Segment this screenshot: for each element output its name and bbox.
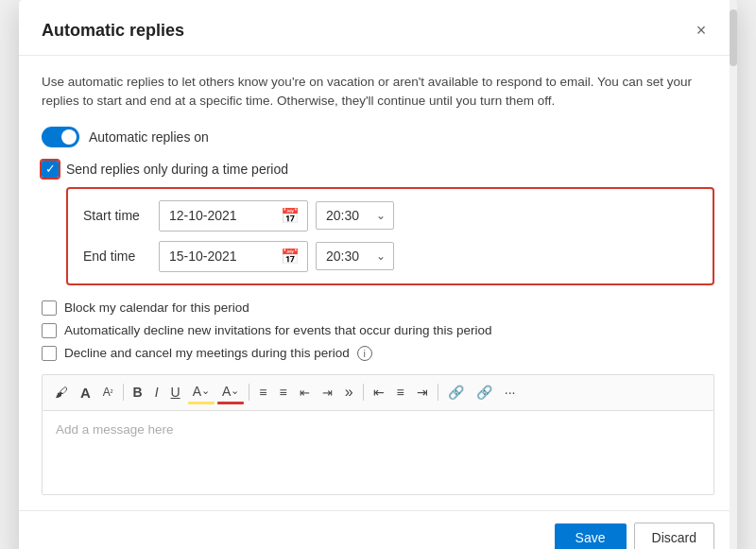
indent-decrease-button[interactable]: ⇤ bbox=[295, 383, 315, 403]
automatic-replies-toggle[interactable] bbox=[42, 127, 79, 147]
start-date-input[interactable] bbox=[160, 202, 273, 229]
send-period-checkbox[interactable]: ✓ bbox=[42, 161, 59, 178]
toolbar-separator-4 bbox=[438, 384, 438, 401]
quote-button[interactable]: » bbox=[340, 381, 358, 403]
start-calendar-icon[interactable]: 📅 bbox=[273, 201, 307, 231]
end-date-input-group: 📅 bbox=[159, 241, 308, 272]
indent-increase-button[interactable]: ⇥ bbox=[318, 383, 337, 403]
bullet-list-button[interactable]: ≡ bbox=[254, 382, 271, 403]
options-section: Block my calendar for this period Automa… bbox=[42, 300, 714, 361]
end-time-label: End time bbox=[83, 249, 159, 264]
option-row-0: Block my calendar for this period bbox=[42, 300, 714, 316]
more-options-button[interactable]: ··· bbox=[500, 382, 521, 403]
decline-invitations-label: Automatically decline new invitations fo… bbox=[64, 323, 492, 337]
superscript-button[interactable]: A² bbox=[98, 383, 118, 402]
save-button[interactable]: Save bbox=[555, 523, 627, 550]
highlight-button[interactable]: A ⌄ bbox=[188, 381, 215, 404]
toggle-row: Automatic replies on bbox=[42, 127, 714, 147]
editor-placeholder: Add a message here bbox=[56, 422, 174, 437]
close-button[interactable]: × bbox=[688, 17, 714, 43]
end-date-input[interactable] bbox=[160, 243, 273, 269]
start-time-chevron-icon[interactable]: ⌄ bbox=[369, 203, 393, 228]
text-color-bar bbox=[217, 402, 244, 404]
toggle-label: Automatic replies on bbox=[89, 129, 209, 145]
dialog-header: Automatic replies × bbox=[19, 0, 737, 56]
block-calendar-label: Block my calendar for this period bbox=[64, 300, 249, 315]
end-time-chevron-icon[interactable]: ⌄ bbox=[369, 244, 393, 268]
scrollbar[interactable] bbox=[730, 0, 737, 549]
underline-button[interactable]: U bbox=[166, 382, 185, 403]
text-color-button[interactable]: A ⌄ bbox=[217, 381, 244, 404]
send-period-row: ✓ Send replies only during a time period bbox=[42, 161, 714, 178]
message-editor-area[interactable]: Add a message here bbox=[42, 410, 714, 495]
automatic-replies-dialog: Automatic replies × Use automatic replie… bbox=[19, 0, 737, 549]
number-list-button[interactable]: ≡ bbox=[275, 382, 292, 403]
option-row-1: Automatically decline new invitations fo… bbox=[42, 323, 714, 338]
highlight-bar bbox=[188, 402, 215, 404]
insert-link-button[interactable]: 🔗 bbox=[443, 382, 469, 403]
description-text: Use automatic replies to let others know… bbox=[42, 73, 714, 112]
highlight-chevron-icon: ⌄ bbox=[201, 385, 210, 397]
font-size-button[interactable]: A bbox=[76, 382, 95, 403]
italic-button[interactable]: I bbox=[150, 382, 163, 403]
toolbar-separator-3 bbox=[363, 384, 364, 401]
dialog-title: Automatic replies bbox=[42, 21, 184, 41]
block-calendar-checkbox[interactable] bbox=[42, 300, 57, 316]
dialog-footer: Save Discard bbox=[19, 510, 737, 550]
align-right-button[interactable]: ⇥ bbox=[412, 382, 433, 403]
info-icon[interactable]: i bbox=[357, 346, 372, 361]
editor-toolbar: 🖌 A A² B I U A ⌄ A ⌄ ≡ ≡ bbox=[42, 374, 714, 410]
end-time-select-group: 20:30 ⌄ bbox=[316, 242, 394, 270]
start-time-row: Start time 📅 20:30 ⌄ bbox=[83, 200, 697, 232]
discard-button[interactable]: Discard bbox=[634, 523, 714, 550]
align-center-button[interactable]: ≡ bbox=[392, 382, 409, 403]
send-period-label: Send replies only during a time period bbox=[66, 162, 288, 177]
time-period-section: Start time 📅 20:30 ⌄ End time 📅 20 bbox=[66, 187, 714, 285]
text-color-chevron-icon: ⌄ bbox=[231, 385, 239, 397]
dialog-body: Use automatic replies to let others know… bbox=[19, 56, 737, 510]
bold-button[interactable]: B bbox=[129, 382, 147, 403]
decline-meetings-checkbox[interactable] bbox=[42, 346, 57, 361]
decline-invitations-checkbox[interactable] bbox=[42, 323, 57, 338]
end-time-value: 20:30 bbox=[317, 243, 369, 269]
start-date-input-group: 📅 bbox=[159, 200, 308, 232]
insert-link-2-button[interactable]: 🔗 bbox=[472, 382, 497, 403]
scrollbar-thumb[interactable] bbox=[730, 9, 737, 66]
toolbar-separator-1 bbox=[123, 384, 124, 401]
end-calendar-icon[interactable]: 📅 bbox=[273, 242, 307, 271]
align-left-button[interactable]: ⇤ bbox=[369, 382, 389, 403]
start-time-label: Start time bbox=[83, 208, 159, 223]
paint-format-button[interactable]: 🖌 bbox=[50, 382, 73, 403]
start-time-value: 20:30 bbox=[317, 202, 369, 229]
start-time-select-group: 20:30 ⌄ bbox=[316, 201, 394, 230]
toolbar-separator-2 bbox=[249, 384, 249, 401]
option-row-2: Decline and cancel my meetings during th… bbox=[42, 346, 714, 361]
message-editor: 🖌 A A² B I U A ⌄ A ⌄ ≡ ≡ bbox=[42, 374, 714, 495]
end-time-row: End time 📅 20:30 ⌄ bbox=[83, 241, 697, 272]
checkmark-icon: ✓ bbox=[45, 163, 56, 175]
decline-meetings-label: Decline and cancel my meetings during th… bbox=[64, 346, 350, 360]
